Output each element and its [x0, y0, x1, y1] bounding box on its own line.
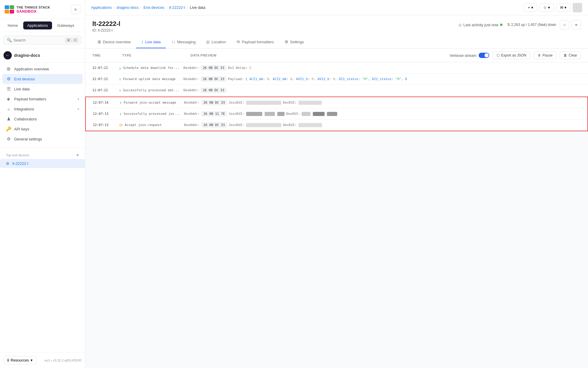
- row-time: 12:07:22: [92, 88, 119, 92]
- main-content: Applications › dragino-docs › End device…: [85, 0, 588, 368]
- sidebar-item-payload-label: Payload formatters: [14, 97, 75, 101]
- tab-payload-formatters[interactable]: ⟲ Payload formatters: [231, 36, 279, 48]
- back-button[interactable]: ←: [4, 51, 12, 59]
- join-eui-tag2: JoinEUI:: [229, 112, 244, 116]
- export-json-btn[interactable]: ⬡ Export as JSON: [493, 52, 530, 59]
- sidebar-item-api-keys[interactable]: 🔑 API keys: [2, 124, 83, 134]
- sidebar-item-collaborators-label: Collaborators: [14, 117, 79, 121]
- top-bar: Applications › dragino-docs › End device…: [85, 0, 588, 15]
- preview-tag2: Rx1 Delay:: [228, 66, 248, 70]
- sidebar-item-general-settings-label: General settings: [14, 137, 79, 141]
- add-end-device-btn[interactable]: +: [76, 152, 79, 158]
- tab-messaging[interactable]: ↑↓ Messaging: [166, 36, 201, 48]
- plus-icon: +: [528, 5, 530, 10]
- search-wrap[interactable]: 🔍 ⌘ K: [4, 36, 81, 44]
- end-devices-icon: ⚙: [6, 76, 11, 82]
- device-header: lt-22222-l ID: lt-22222-l ◎ Last activit…: [85, 15, 588, 49]
- menu-device-btn[interactable]: ≡: [572, 20, 581, 29]
- sidebar-item-collaborators[interactable]: ♟ Collaborators: [2, 114, 83, 124]
- export-btn-label: Export as JSON: [501, 53, 526, 57]
- sidebar-item-live-data[interactable]: ☰ Live data: [2, 84, 83, 94]
- device-overview-tab-icon: ⊞: [98, 39, 101, 44]
- table-row[interactable]: 12:07:13 ↑ Successfully processed joi...…: [86, 108, 587, 120]
- row-preview: DevAddr: 26 0B 11 7E JoinEUI: DevEUI:: [184, 111, 580, 116]
- tab-location[interactable]: ◎ Location: [201, 36, 231, 48]
- breadcrumb-dragino-docs[interactable]: dragino-docs: [116, 5, 138, 10]
- breadcrumb-end-devices[interactable]: End devices: [143, 5, 164, 10]
- top-nav-tabs: Home Applications Gateways: [0, 19, 85, 32]
- tab-applications[interactable]: Applications: [23, 21, 52, 29]
- table-row[interactable]: 12:07:22 ↓ Schedule data downlink for...…: [85, 62, 588, 74]
- pause-btn[interactable]: ⏸ Pause: [534, 52, 556, 59]
- traffic-info: ⇅ 2,263 up / 1,657 (Nwk) down: [507, 23, 556, 27]
- device-item-lt22222[interactable]: ⚙ lt-22222-l: [0, 159, 85, 168]
- version-label: eu1 • v3.32.2.a0014352f0: [44, 359, 81, 362]
- logo-text: THE THINGS STACK SANDBOX: [16, 6, 50, 14]
- row-time: 12:07:22: [92, 77, 119, 81]
- sidebar-item-integrations[interactable]: ⟐ Integrations ▾: [2, 104, 83, 114]
- row-preview: DevAddr: 26 0B DC 33 JoinEUI: DevEUI:: [184, 122, 580, 127]
- sidebar-item-general-settings[interactable]: ⚙ General settings: [2, 134, 83, 144]
- current-app-label: dragino-docs: [14, 53, 40, 58]
- blurred-deveui2: [302, 112, 310, 116]
- col-header-type: TYPE: [122, 54, 187, 57]
- table-row[interactable]: 12:07:22 ↑ Forward uplink data message D…: [85, 74, 588, 85]
- device-header-panel: lt-22222-l ID: lt-22222-l ◎ Last activit…: [85, 15, 588, 132]
- table-row[interactable]: 12:07:13 ⟳ Accept join-request DevAddr: …: [86, 120, 587, 131]
- sidebar-item-end-devices[interactable]: ⚙ End devices: [2, 74, 83, 84]
- dev-eui-tag2: DevEUI:: [286, 112, 300, 116]
- traffic-text: 2,263 up / 1,657 (Nwk) down: [511, 23, 556, 27]
- tab-gateways[interactable]: Gateways: [53, 21, 78, 29]
- blurred-joineui2b: [265, 112, 275, 116]
- tab-device-overview[interactable]: ⊞ Device overview: [92, 36, 136, 48]
- resources-label: Resources: [11, 358, 29, 362]
- sidebar-item-app-overview[interactable]: ⊞ Application overview: [2, 64, 83, 74]
- logo-line2: SANDBOX: [16, 9, 50, 14]
- table-row[interactable]: 12:07:14 ↑ Forward join-accept message D…: [86, 97, 587, 108]
- type-text: Accept join-request: [125, 123, 162, 127]
- favorites-btn[interactable]: ☆ ▾: [539, 3, 554, 12]
- sidebar-toggle-btn[interactable]: ≡: [71, 5, 80, 14]
- data-table: 12:07:22 ↓ Schedule data downlink for...…: [85, 62, 588, 131]
- tab-location-label: Location: [211, 40, 226, 44]
- pause-btn-label: Pause: [542, 53, 552, 57]
- tab-settings[interactable]: ⚙ Settings: [279, 36, 309, 48]
- search-box: 🔍 ⌘ K: [0, 32, 85, 48]
- tab-live-data[interactable]: ↕ Live data: [136, 36, 166, 48]
- sep1: ›: [113, 5, 115, 10]
- breadcrumb-applications[interactable]: Applications: [91, 5, 112, 10]
- clear-btn[interactable]: 🗑 Clear: [560, 52, 581, 59]
- preview-tag: DevAddr:: [183, 66, 199, 70]
- sep2: ›: [141, 5, 142, 10]
- col-header-preview: DATA PREVIEW: [191, 54, 446, 57]
- row-time: 12:07:14: [93, 101, 119, 105]
- messaging-tab-icon: ↑↓: [171, 39, 175, 44]
- row-time: 12:07:13: [93, 123, 119, 127]
- row-type: ↑ Successfully processed dat...: [119, 88, 183, 93]
- sidebar-item-payload-formatters[interactable]: ◈ Payload formatters ▾: [2, 94, 83, 104]
- blurred-deveui2c: [327, 112, 337, 116]
- resources-button[interactable]: ℹ Resources ▾: [4, 356, 36, 364]
- preview-val: 26 0B DC 33: [201, 88, 226, 93]
- live-data-icon: ☰: [6, 86, 11, 92]
- resources-chevron: ▾: [31, 358, 33, 362]
- trash-icon: 🗑: [564, 53, 567, 57]
- device-tabs: ⊞ Device overview ↕ Live data ↑↓ Messagi…: [92, 36, 581, 48]
- add-btn[interactable]: + ▾: [524, 3, 537, 12]
- verbose-toggle-switch[interactable]: ✕: [479, 53, 489, 58]
- tab-home[interactable]: Home: [4, 21, 22, 29]
- user-avatar[interactable]: [573, 3, 582, 12]
- type-text: Successfully processed joi...: [123, 112, 180, 116]
- star-device-btn[interactable]: ☆: [560, 20, 569, 29]
- arrow-up-icon: ↑: [119, 112, 122, 116]
- app-overview-icon: ⊞: [6, 66, 11, 72]
- breadcrumb-device-id[interactable]: lt-22222-l: [169, 5, 185, 10]
- device-info: lt-22222-l ID: lt-22222-l: [92, 20, 120, 32]
- search-input[interactable]: [14, 38, 64, 42]
- notifications-btn[interactable]: ✉ ▾: [556, 3, 570, 12]
- sidebar-item-integrations-label: Integrations: [14, 107, 75, 111]
- table-row[interactable]: 12:07:22 ↑ Successfully processed dat...…: [85, 85, 588, 96]
- sidebar-footer: ℹ Resources ▾ eu1 • v3.32.2.a0014352f0: [0, 352, 85, 368]
- payload-icon: ◈: [6, 96, 11, 102]
- logo-sq-orange: [5, 10, 9, 14]
